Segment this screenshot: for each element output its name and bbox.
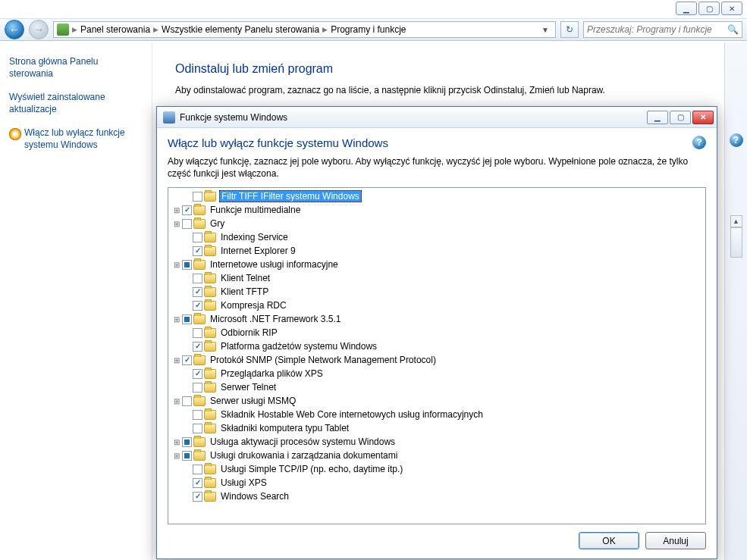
sidebar-link-features[interactable]: Włącz lub wyłącz funkcje systemu Windows <box>9 127 143 151</box>
feature-checkbox[interactable] <box>193 492 202 502</box>
folder-icon <box>204 492 216 502</box>
folder-icon <box>193 396 206 406</box>
nav-back-button[interactable]: ← <box>5 20 24 39</box>
feature-label: Platforma gadżetów systemu Windows <box>219 341 378 352</box>
feature-tree-item[interactable]: ⊞Usługi drukowania i zarządzania dokumen… <box>168 449 705 462</box>
feature-checkbox[interactable] <box>193 410 202 420</box>
feature-checkbox[interactable] <box>193 369 202 379</box>
feature-checkbox[interactable] <box>182 219 192 229</box>
search-input[interactable] <box>587 24 727 35</box>
feature-tree-item[interactable]: Internet Explorer 9 <box>168 244 705 258</box>
feature-checkbox[interactable] <box>193 192 202 202</box>
folder-icon <box>204 192 216 202</box>
feature-tree-item[interactable]: ⊞Microsoft .NET Framework 3.5.1 <box>168 312 705 326</box>
search-icon[interactable]: 🔍 <box>727 24 739 35</box>
feature-checkbox[interactable] <box>193 342 202 352</box>
folder-icon <box>193 451 206 461</box>
breadcrumb-item[interactable]: Programy i funkcje <box>331 24 406 35</box>
tree-expander-icon[interactable]: ⊞ <box>171 397 182 405</box>
feature-checkbox[interactable] <box>193 233 202 242</box>
tree-expander-icon[interactable]: ⊞ <box>171 356 182 364</box>
feature-tree-item[interactable]: Kompresja RDC <box>168 299 705 312</box>
tree-expander-icon[interactable]: ⊞ <box>171 452 182 460</box>
dialog-titlebar[interactable]: Funkcje systemu Windows ▁ ▢ ✕ <box>157 107 717 128</box>
tree-expander-icon[interactable]: ⊞ <box>171 220 182 228</box>
feature-checkbox[interactable] <box>193 287 202 297</box>
scroll-up-button[interactable]: ▲ <box>730 215 742 227</box>
dialog-body: Włącz lub wyłącz funkcje systemu Windows… <box>157 128 717 524</box>
sidebar-link-updates[interactable]: Wyświetl zainstalowane aktualizacje <box>9 92 143 115</box>
folder-icon <box>193 219 206 229</box>
feature-checkbox[interactable] <box>193 301 202 311</box>
feature-checkbox[interactable] <box>193 328 202 338</box>
feature-tree-item[interactable]: Filtr TIFF IFilter systemu Windows <box>168 189 705 203</box>
breadcrumb-field[interactable]: ▶ Panel sterowania ▶ Wszystkie elementy … <box>53 21 556 38</box>
feature-label: Składnik Hostable Web Core internetowych… <box>219 409 485 420</box>
tree-expander-icon[interactable]: ⊞ <box>171 315 182 324</box>
scroll-thumb[interactable] <box>730 227 742 258</box>
tree-expander-icon[interactable]: ⊞ <box>171 438 182 446</box>
feature-checkbox[interactable] <box>193 424 202 433</box>
feature-checkbox[interactable] <box>193 383 202 393</box>
feature-checkbox[interactable] <box>182 396 192 406</box>
feature-checkbox[interactable] <box>182 355 192 365</box>
feature-tree-item[interactable]: ⊞Protokół SNMP (Simple Network Managemen… <box>168 353 705 367</box>
feature-checkbox[interactable] <box>182 451 192 461</box>
feature-label: Usługa aktywacji procesów systemu Window… <box>209 436 397 447</box>
chevron-right-icon: ▶ <box>72 26 77 33</box>
feature-checkbox[interactable] <box>193 465 202 474</box>
address-bar: ← → ▶ Panel sterowania ▶ Wszystkie eleme… <box>0 18 747 41</box>
feature-tree-item[interactable]: ⊞Gry <box>168 217 705 230</box>
ok-button[interactable]: OK <box>579 532 639 549</box>
sidebar-link-home[interactable]: Strona główna Panelu sterowania <box>9 56 143 80</box>
page-description: Aby odinstalować program, zaznacz go na … <box>175 85 709 95</box>
feature-tree-item[interactable]: Przeglądarka plików XPS <box>168 367 705 380</box>
feature-tree-item[interactable]: Indexing Service <box>168 230 705 244</box>
features-tree[interactable]: Filtr TIFF IFilter systemu Windows⊞Funkc… <box>168 187 706 524</box>
feature-checkbox[interactable] <box>182 437 192 447</box>
feature-tree-item[interactable]: ⊞Internetowe usługi informacyjne <box>168 258 705 271</box>
feature-tree-item[interactable]: Windows Search <box>168 490 705 503</box>
feature-tree-item[interactable]: Składniki komputera typu Tablet <box>168 421 705 435</box>
feature-label: Usługi XPS <box>219 477 268 488</box>
folder-icon <box>204 424 216 433</box>
feature-checkbox[interactable] <box>193 478 202 488</box>
cancel-button[interactable]: Anuluj <box>645 532 706 549</box>
feature-checkbox[interactable] <box>182 314 192 324</box>
tree-expander-icon[interactable]: ⊞ <box>171 261 182 269</box>
feature-tree-item[interactable]: Odbiornik RIP <box>168 326 705 339</box>
feature-checkbox[interactable] <box>182 260 192 270</box>
help-icon[interactable]: ? <box>730 133 743 147</box>
folder-icon <box>204 246 216 256</box>
refresh-button[interactable]: ↻ <box>560 21 579 38</box>
dialog-help-icon[interactable]: ? <box>692 136 706 149</box>
feature-tree-item[interactable]: Serwer Telnet <box>168 380 705 394</box>
feature-tree-item[interactable]: Składnik Hostable Web Core internetowych… <box>168 408 705 421</box>
search-field[interactable]: 🔍 <box>583 21 742 38</box>
dialog-close-button[interactable]: ✕ <box>692 111 714 124</box>
page-heading: Odinstaluj lub zmień program <box>175 62 709 76</box>
feature-tree-item[interactable]: ⊞Usługa aktywacji procesów systemu Windo… <box>168 435 705 449</box>
feature-tree-item[interactable]: Klient TFTP <box>168 285 705 299</box>
feature-checkbox[interactable] <box>182 205 192 215</box>
feature-tree-item[interactable]: Klient Telnet <box>168 271 705 285</box>
dialog-minimize-button[interactable]: ▁ <box>647 111 668 124</box>
dialog-maximize-button[interactable]: ▢ <box>670 111 691 124</box>
breadcrumb-item[interactable]: Wszystkie elementy Panelu sterowania <box>162 24 319 35</box>
breadcrumb-dropdown[interactable]: ▼ <box>538 26 552 34</box>
breadcrumb-item[interactable]: Panel sterowania <box>80 24 150 35</box>
feature-tree-item[interactable]: Usługi Simple TCP/IP (np. echo, daytime … <box>168 462 705 476</box>
feature-tree-item[interactable]: ⊞Serwer usługi MSMQ <box>168 394 705 408</box>
tree-expander-icon[interactable]: ⊞ <box>171 206 182 214</box>
feature-tree-item[interactable]: ⊞Funkcje multimedialne <box>168 203 705 217</box>
feature-tree-item[interactable]: Usługi XPS <box>168 476 705 490</box>
feature-tree-item[interactable]: Platforma gadżetów systemu Windows <box>168 339 705 353</box>
window-close-button[interactable]: ✕ <box>721 2 742 15</box>
window-maximize-button[interactable]: ▢ <box>698 2 720 15</box>
feature-label: Przeglądarka plików XPS <box>219 368 325 379</box>
dialog-title: Funkcje systemu Windows <box>180 112 647 123</box>
window-minimize-button[interactable]: ▁ <box>676 2 697 15</box>
feature-checkbox[interactable] <box>193 274 202 283</box>
nav-forward-button[interactable]: → <box>29 20 49 39</box>
feature-checkbox[interactable] <box>193 246 202 256</box>
